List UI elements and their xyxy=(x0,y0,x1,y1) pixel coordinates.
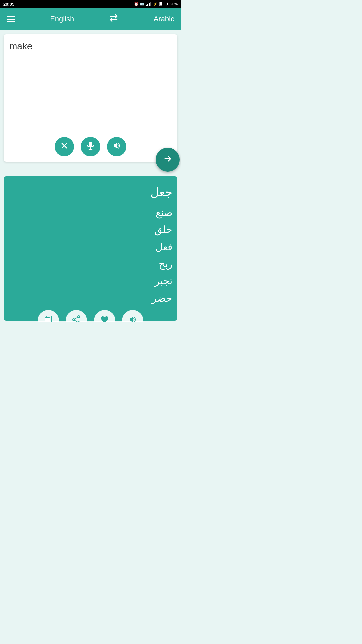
arabic-alternate-words: صنع خلق فعل ربح تجبر حضر xyxy=(152,204,172,307)
clock-icon: ⏰ xyxy=(134,2,139,6)
target-language-label[interactable]: Arabic xyxy=(154,15,174,23)
svg-rect-2 xyxy=(149,3,150,6)
svg-rect-0 xyxy=(146,5,147,6)
svg-point-12 xyxy=(78,316,80,318)
share-icon xyxy=(72,315,81,322)
source-text-input[interactable]: make xyxy=(9,40,172,133)
status-dots: ... xyxy=(130,2,133,6)
navbar: English Arabic xyxy=(0,8,181,30)
share-button[interactable] xyxy=(66,310,87,322)
signal-icon xyxy=(146,2,152,6)
charging-icon: ⚡ xyxy=(153,2,158,6)
status-time: 20:05 xyxy=(3,2,14,7)
input-section: make xyxy=(4,34,177,162)
input-action-buttons xyxy=(9,133,172,156)
output-section: جعل صنع خلق فعل ربح تجبر حضر xyxy=(4,176,177,321)
battery-percent: 26% xyxy=(170,2,178,6)
speaker-output-icon xyxy=(128,316,137,322)
svg-rect-11 xyxy=(45,318,50,322)
swap-languages-button[interactable] xyxy=(109,13,119,25)
clear-button[interactable] xyxy=(55,137,74,156)
menu-button[interactable] xyxy=(7,16,15,22)
copy-button[interactable] xyxy=(38,310,59,322)
arabic-word-6: حضر xyxy=(152,289,172,307)
svg-rect-7 xyxy=(89,142,92,147)
favorite-button[interactable] xyxy=(94,310,115,322)
speaker-icon xyxy=(113,142,121,151)
battery-icon xyxy=(159,2,168,7)
speak-input-button[interactable] xyxy=(107,137,126,156)
source-language-label[interactable]: English xyxy=(50,15,74,23)
svg-line-15 xyxy=(75,317,78,319)
arabic-word-3: فعل xyxy=(152,238,172,255)
output-action-buttons xyxy=(9,307,172,322)
microphone-button[interactable] xyxy=(81,137,100,156)
svg-rect-3 xyxy=(150,2,151,6)
status-icons: ... ⏰ 🪪 ⚡ 26% xyxy=(130,2,178,7)
translate-button[interactable] xyxy=(156,148,180,172)
svg-line-16 xyxy=(75,320,78,322)
svg-rect-1 xyxy=(147,4,148,6)
svg-rect-5 xyxy=(159,2,162,5)
copy-icon xyxy=(44,315,53,322)
arabic-main-word: جعل xyxy=(150,185,172,199)
status-bar: 20:05 ... ⏰ 🪪 ⚡ 26% xyxy=(0,0,181,8)
arabic-word-1: صنع xyxy=(152,204,172,221)
heart-icon xyxy=(100,316,109,322)
arabic-word-5: تجبر xyxy=(152,272,172,289)
arrow-right-icon xyxy=(163,154,172,166)
svg-point-13 xyxy=(78,322,80,322)
arabic-word-2: خلق xyxy=(152,221,172,238)
arabic-word-4: ربح xyxy=(152,255,172,272)
speak-output-button[interactable] xyxy=(122,310,143,322)
mic-icon xyxy=(87,142,94,152)
sim-icon: 🪪 xyxy=(140,2,145,6)
close-icon xyxy=(61,142,68,151)
arabic-translation-container: جعل صنع خلق فعل ربح تجبر حضر xyxy=(9,182,172,307)
svg-rect-6 xyxy=(167,3,168,5)
svg-point-14 xyxy=(73,319,75,321)
